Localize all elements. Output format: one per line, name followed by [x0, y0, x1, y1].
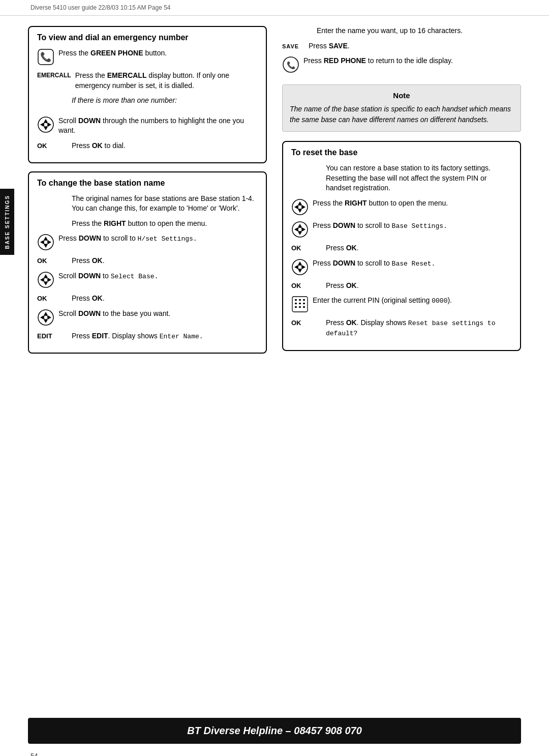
svg-text:📞: 📞 [40, 51, 52, 63]
keypad-icon [291, 296, 309, 313]
svg-rect-51 [299, 303, 301, 304]
instruction-text: You can restore a base station to its fa… [326, 163, 512, 193]
ok-label: OK [37, 257, 68, 265]
edit-label: EDIT [37, 332, 68, 340]
svg-marker-21 [44, 312, 48, 315]
instruction-row: Scroll DOWN through the numbers to highl… [37, 116, 258, 136]
instruction-row: Press DOWN to scroll to Base Settings. [291, 221, 512, 238]
instruction-text: Press OK to dial. [72, 141, 258, 151]
nav-icon [37, 271, 54, 288]
instruction-text: Press DOWN to scroll to Base Reset. [313, 258, 512, 269]
svg-marker-30 [298, 209, 302, 213]
svg-rect-52 [303, 303, 305, 304]
svg-marker-10 [44, 244, 48, 248]
instruction-text: Press OK. [326, 243, 512, 253]
instruction-text: Press SAVE. [309, 41, 521, 51]
instruction-row: Press DOWN to scroll to H/set Settings. [37, 234, 258, 251]
instruction-text: Press OK. Display shows Reset base setti… [326, 318, 512, 338]
instruction-text: Press EDIT. Display shows Enter Name. [72, 331, 258, 341]
instruction-text: Press OK. [72, 256, 258, 266]
note-text: The name of the base station is specific… [290, 104, 513, 125]
svg-marker-38 [302, 227, 306, 231]
svg-rect-50 [295, 303, 297, 304]
instruction-row: If there is more than one number: [37, 96, 258, 111]
instruction-row: SAVE Press SAVE. [282, 41, 521, 51]
page-header: Diverse 5410 user guide 22/8/03 10:15 AM… [0, 0, 549, 16]
svg-marker-32 [302, 205, 306, 209]
ok-label: OK [291, 319, 322, 327]
svg-marker-31 [294, 205, 298, 209]
svg-marker-16 [44, 282, 48, 285]
svg-point-25 [44, 315, 48, 319]
instruction-row: 📞 Press RED PHONE to return to the idle … [282, 56, 521, 73]
emercall-label: EMERCALL [37, 72, 71, 79]
ok-label: OK [37, 142, 68, 150]
instruction-row: Scroll DOWN to the base you want. [37, 309, 258, 326]
svg-rect-47 [295, 299, 297, 301]
svg-marker-24 [48, 315, 51, 319]
section-title-emergency: To view and dial an emergency number [37, 33, 258, 42]
instruction-row: OK Press OK. [291, 243, 512, 253]
svg-rect-49 [303, 299, 305, 301]
instruction-row: OK Press OK to dial. [37, 141, 258, 151]
instruction-text: If there is more than one number: [72, 96, 258, 106]
svg-marker-3 [44, 119, 48, 123]
svg-marker-17 [40, 278, 44, 282]
instruction-text: Scroll DOWN to Select Base. [58, 271, 258, 281]
svg-marker-36 [298, 231, 302, 235]
instruction-row: Press DOWN to scroll to Base Reset. [291, 258, 512, 276]
instruction-text: Press the EMERCALL display button. If on… [75, 71, 258, 91]
green-phone-icon: 📞 [37, 48, 54, 66]
svg-marker-12 [48, 240, 51, 244]
red-phone-icon: 📞 [282, 56, 299, 73]
svg-marker-43 [294, 265, 298, 269]
svg-marker-23 [40, 315, 44, 319]
nav-icon [37, 116, 54, 133]
svg-marker-4 [44, 127, 48, 130]
svg-marker-9 [44, 237, 48, 240]
svg-rect-48 [299, 299, 301, 301]
instruction-text: Press DOWN to scroll to Base Settings. [313, 221, 512, 231]
instruction-text: Scroll DOWN through the numbers to highl… [58, 116, 258, 136]
instruction-text: The original names for base stations are… [72, 194, 258, 214]
instruction-text: Press RED PHONE to return to the idle di… [303, 56, 521, 66]
svg-point-19 [44, 278, 48, 282]
svg-marker-11 [40, 240, 44, 244]
nav-icon [37, 234, 54, 251]
instruction-row: Enter the name you want, up to 16 charac… [282, 26, 521, 36]
instruction-row: 📞 Press the GREEN PHONE button. [37, 48, 258, 66]
instruction-row: OK Press OK. [37, 256, 258, 266]
section-change-base-name: To change the base station name The orig… [28, 171, 267, 354]
page-number: 54 [0, 752, 549, 756]
nav-icon [291, 258, 309, 276]
svg-marker-6 [48, 123, 51, 127]
ok-label: OK [37, 295, 68, 302]
nav-icon [291, 198, 309, 216]
instruction-text: Scroll DOWN to the base you want. [58, 309, 258, 319]
svg-point-13 [44, 240, 48, 244]
instruction-row: Enter the current PIN (original setting … [291, 296, 512, 313]
section-title-reset: To reset the base [291, 148, 512, 157]
instruction-row: OK Press OK. [37, 294, 258, 304]
instruction-text: Press DOWN to scroll to H/set Settings. [58, 234, 258, 244]
svg-rect-54 [299, 306, 301, 308]
nav-icon [37, 309, 54, 326]
svg-marker-35 [298, 224, 302, 227]
svg-marker-37 [294, 227, 298, 231]
ok-label: OK [291, 282, 322, 289]
instruction-text: Enter the name you want, up to 16 charac… [317, 26, 521, 36]
svg-point-7 [44, 123, 48, 127]
nav-icon [291, 221, 309, 238]
instruction-text: Press the RIGHT button to open the menu. [313, 198, 512, 209]
helpline-footer: BT Diverse Helpline – 08457 908 070 [28, 718, 521, 744]
section-view-dial-emergency: To view and dial an emergency number 📞 P… [28, 26, 267, 163]
svg-marker-15 [44, 274, 48, 278]
side-tab: BASE SETTINGS [0, 189, 14, 255]
ok-label: OK [291, 244, 322, 252]
instruction-row: Press the RIGHT button to open the menu. [291, 198, 512, 216]
svg-marker-41 [298, 261, 302, 265]
instruction-row: OK Press OK. [291, 281, 512, 291]
instruction-text: Press OK. [72, 294, 258, 304]
section-title-base-name: To change the base station name [37, 179, 258, 188]
section-reset-base: To reset the base You can restore a base… [282, 141, 521, 351]
